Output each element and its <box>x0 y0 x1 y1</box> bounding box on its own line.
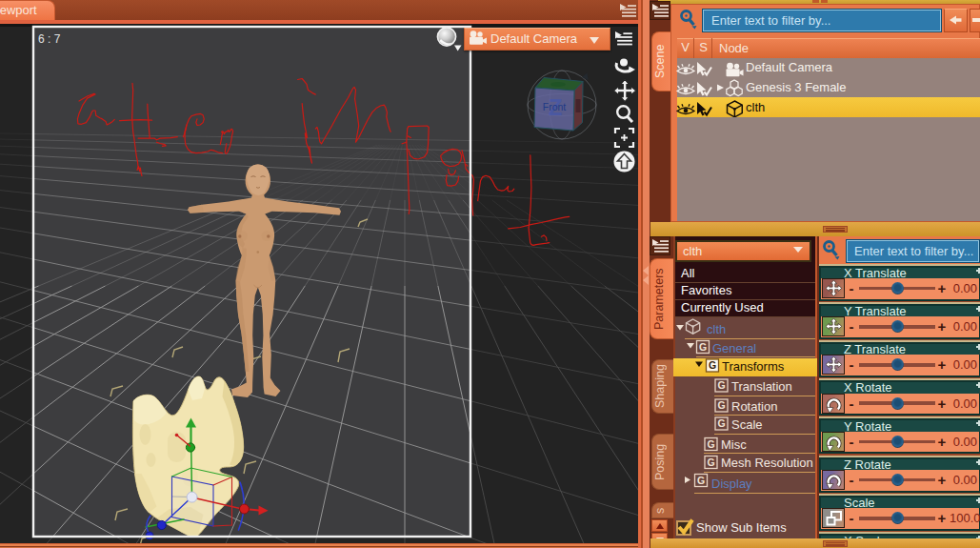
svg-text:G: G <box>708 457 715 468</box>
svg-text:G: G <box>697 475 705 486</box>
svg-text:G: G <box>699 341 707 353</box>
svg-text:6 : 7: 6 : 7 <box>38 32 61 46</box>
svg-text:G: G <box>709 359 716 371</box>
svg-text:Front: Front <box>543 101 567 112</box>
svg-text:G: G <box>708 438 715 450</box>
svg-text:G: G <box>718 399 726 411</box>
svg-text:G: G <box>718 379 726 391</box>
svg-text:G: G <box>718 417 726 429</box>
